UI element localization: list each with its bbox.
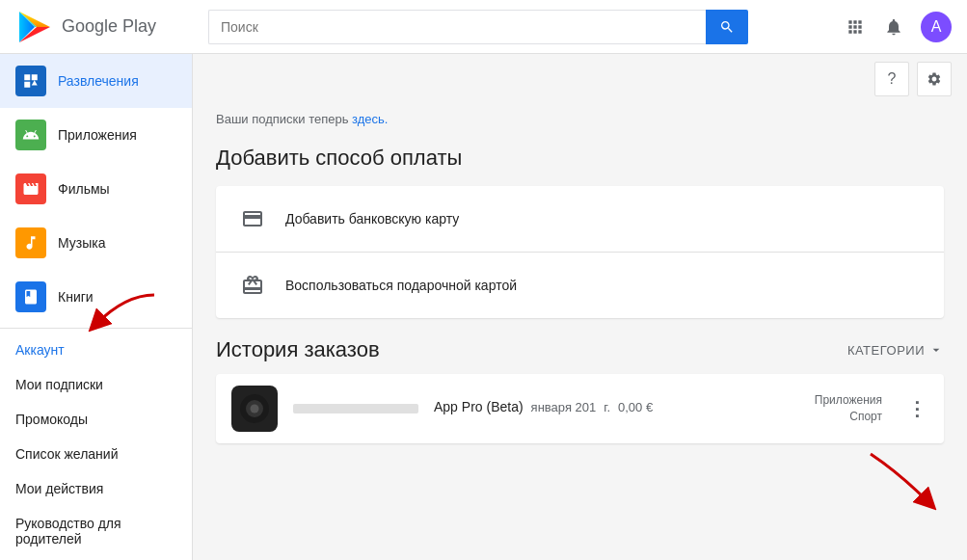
main-layout: Развлечения Приложения Фильмы — [0, 54, 967, 560]
logo-area: Google Play — [15, 8, 208, 46]
order-year: г. — [604, 400, 610, 414]
search-icon — [719, 19, 735, 35]
logo-text: Google Play — [62, 16, 156, 37]
categories-label: КАТЕГОРИИ — [847, 343, 925, 358]
order-right: Приложения Спорт ⋮ — [815, 392, 928, 425]
subscription-link[interactable]: здесь. — [352, 112, 388, 126]
header-right: А — [844, 12, 952, 42]
order-category: Приложения Спорт — [815, 392, 882, 425]
order-info: App Pro (Beta) января 201 г. 0,00 € — [434, 399, 799, 418]
sidebar-menu-wishlist[interactable]: Список желаний — [0, 437, 192, 471]
sidebar-item-books-label: Книги — [58, 289, 94, 305]
order-app-name: App Pro (Beta) — [434, 399, 524, 414]
sidebar-menu-account[interactable]: Аккаунт — [0, 333, 192, 367]
gift-card-icon — [235, 268, 270, 303]
bank-card-option[interactable]: Добавить банковскую карту — [216, 186, 944, 253]
content-area: ? Ваши подписки теперь здесь. Добавить с… — [193, 54, 967, 560]
add-payment-title: Добавить способ оплаты — [216, 146, 944, 171]
search-area — [208, 10, 748, 44]
order-price: 0,00 € — [618, 400, 653, 414]
sidebar: Развлечения Приложения Фильмы — [0, 54, 193, 560]
order-category-line1: Приложения — [815, 392, 882, 409]
subscription-notice-text: Ваши подписки теперь — [216, 112, 352, 126]
settings-button[interactable] — [917, 62, 952, 96]
payment-card: Добавить банковскую карту Воспользоватьс… — [216, 186, 944, 318]
sidebar-divider — [0, 328, 192, 329]
search-button[interactable] — [706, 10, 748, 44]
header: Google Play А — [0, 0, 967, 54]
sidebar-item-entertainment-label: Развлечения — [58, 73, 139, 89]
grid-icon[interactable] — [844, 15, 867, 39]
wishlist-label: Список желаний — [15, 446, 118, 462]
order-name-bar — [293, 404, 418, 413]
sidebar-item-books[interactable]: Книги — [0, 270, 192, 324]
sidebar-item-music-label: Музыка — [58, 235, 106, 251]
google-play-logo-icon — [15, 8, 54, 46]
order-more-button[interactable]: ⋮ — [905, 397, 928, 420]
content-inner: Ваши подписки теперь здесь. Добавить спо… — [193, 96, 967, 459]
activity-label: Мои действия — [15, 481, 103, 496]
settings-icon — [927, 71, 942, 87]
subscription-notice: Ваши подписки теперь здесь. — [216, 112, 944, 126]
gift-card-option[interactable]: Воспользоваться подарочной картой — [216, 253, 944, 318]
sidebar-menu-parental[interactable]: Руководство для родителей — [0, 506, 192, 556]
books-icon — [15, 281, 46, 312]
sidebar-item-entertainment[interactable]: Развлечения — [0, 54, 192, 108]
sidebar-menu-activity[interactable]: Мои действия — [0, 471, 192, 506]
entertainment-icon — [15, 66, 46, 96]
sidebar-menu-subscriptions[interactable]: Мои подписки — [0, 367, 192, 402]
order-history-title: История заказов — [216, 337, 380, 362]
bank-card-label: Добавить банковскую карту — [285, 211, 459, 227]
apps-icon — [15, 120, 46, 150]
chevron-down-icon — [928, 342, 944, 358]
sidebar-item-music[interactable]: Музыка — [0, 216, 192, 270]
sidebar-item-movies[interactable]: Фильмы — [0, 162, 192, 216]
order-category-line2: Спорт — [815, 409, 882, 425]
svg-point-6 — [251, 405, 259, 413]
order-history-header: История заказов КАТЕГОРИИ — [216, 337, 944, 362]
account-label: Аккаунт — [15, 342, 65, 358]
parental-label: Руководство для родителей — [15, 516, 121, 547]
sidebar-item-apps-label: Приложения — [58, 127, 137, 143]
gift-card-label: Воспользоваться подарочной картой — [285, 278, 517, 293]
order-date: января 201 — [531, 400, 597, 414]
sidebar-item-apps[interactable]: Приложения — [0, 108, 192, 162]
music-icon — [15, 227, 46, 258]
sidebar-item-movies-label: Фильмы — [58, 181, 110, 197]
order-app-icon — [237, 391, 272, 426]
order-title-row: App Pro (Beta) января 201 г. 0,00 € — [434, 399, 799, 414]
movies-icon — [15, 173, 46, 204]
sidebar-menu-promo[interactable]: Промокоды — [0, 402, 192, 437]
categories-button[interactable]: КАТЕГОРИИ — [847, 342, 944, 358]
order-thumbnail — [231, 386, 278, 432]
top-right-buttons: ? — [193, 54, 967, 96]
help-button[interactable]: ? — [874, 62, 909, 96]
help-icon: ? — [888, 70, 897, 88]
notification-icon[interactable] — [882, 15, 905, 39]
order-card: App Pro (Beta) января 201 г. 0,00 € Прил… — [216, 374, 944, 443]
avatar[interactable]: А — [921, 12, 952, 42]
subscriptions-label: Мои подписки — [15, 377, 103, 392]
bank-card-icon — [235, 201, 270, 236]
promo-label: Промокоды — [15, 412, 88, 427]
search-input[interactable] — [208, 10, 706, 44]
